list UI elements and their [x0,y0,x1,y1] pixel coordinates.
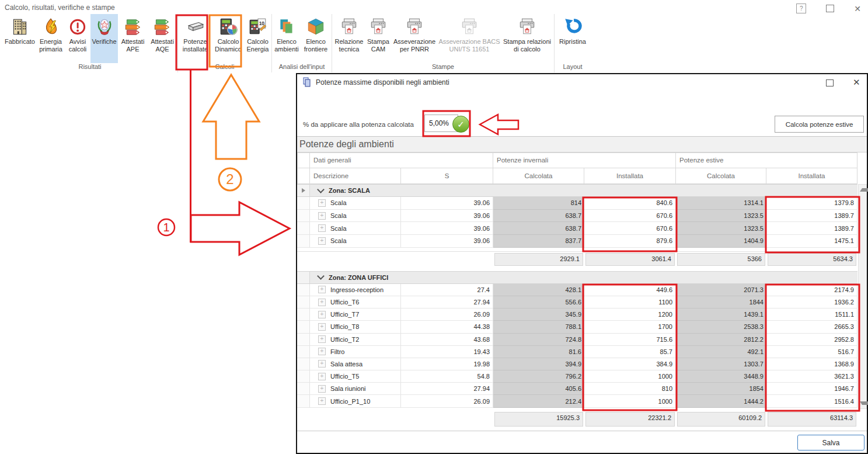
expand-icon[interactable] [318,360,326,368]
cell-installata-est[interactable]: 1368.9 [766,358,857,370]
calcola-potenze-estive-button[interactable]: Calcola potenze estive [775,116,864,133]
col-installata-inv[interactable]: Installata [584,168,676,184]
cell-installata-inv[interactable]: 1000 [584,370,676,383]
cell-installata-inv[interactable]: 670.6 [584,222,676,235]
expand-icon[interactable] [318,397,326,405]
cell-installata-est[interactable]: 516.7 [766,346,857,358]
cell-installata-inv[interactable]: 810 [584,383,676,395]
cell-installata-est[interactable]: 2952.8 [766,334,857,346]
cell-installata-est[interactable]: 1389.7 [766,210,857,223]
table-row[interactable]: Ufficio_P1_10 26.09 212.4 1000 1444.2 15… [297,395,857,407]
cell-installata-inv[interactable]: 670.6 [584,210,676,223]
cell-calcolata-est: 2538.3 [676,321,766,333]
cell-calcolata-est: 2071.3 [676,284,766,296]
close-icon[interactable]: ✕ [854,5,861,13]
dialog-close-icon[interactable]: ✕ [853,77,860,88]
ribbon-item-attestati-aqe[interactable]: Attestati AQE [148,14,177,63]
expand-icon[interactable] [318,224,326,232]
ribbon-item-avvisi-calcoli[interactable]: Avvisi calcoli [65,14,90,63]
cell-installata-est[interactable]: 1475.1 [766,235,857,248]
dialog-titlebar[interactable]: Potenze massime disponibili negli ambien… [297,74,867,91]
table-row[interactable]: Ingresso-reception 27.4 428.1 449.6 2071… [297,284,857,296]
ribbon-item-calcolo-energia[interactable]: 10 Calcolo Energia [245,14,271,63]
ribbon-item-energia-primaria[interactable]: Energia primaria [37,14,65,63]
ribbon-item-label: Fabbricato [5,38,35,46]
maximize-icon[interactable] [826,5,834,12]
table-row[interactable]: Ufficio_T2 43.68 724.8 715.6 2812.2 2952… [297,334,857,346]
chevron-down-icon[interactable] [317,186,325,193]
cell-installata-inv[interactable]: 1100 [584,296,676,309]
ribbon-item-stampa-cam[interactable]: Stampa CAM [365,14,391,63]
table-row[interactable]: Scala 39.06 638.7 670.6 1323.5 1389.7 [297,210,857,223]
scroll-up-icon[interactable] [860,188,868,192]
cell-installata-inv[interactable]: 384.9 [584,358,676,370]
vertical-scrollbar[interactable] [858,184,867,409]
ribbon-item-fabbricato[interactable]: Fabbricato [3,14,37,63]
cell-installata-inv[interactable]: 715.6 [584,334,676,346]
expand-icon[interactable] [318,385,326,393]
cell-installata-est[interactable]: 1379.8 [766,197,857,210]
cell-installata-est[interactable]: 1389.7 [766,222,857,235]
table-row[interactable]: Scala 39.06 638.7 670.6 1323.5 1389.7 [297,222,857,235]
ribbon-item-potenze-installate[interactable]: Potenze installate [179,14,212,63]
ribbon-item-relazione-tecnica[interactable]: Relazione tecnica [333,14,365,63]
table-row[interactable]: Sala attesa 19.98 394.9 384.9 1303.7 136… [297,358,857,370]
save-button[interactable]: Salva [797,435,864,450]
expand-icon[interactable] [318,323,326,331]
table-row[interactable]: Filtro 19.43 81.6 85.7 492.1 516.7 [297,346,857,358]
table-row[interactable]: Ufficio_T7 26.09 345.9 1200 1439.1 1511.… [297,309,857,321]
col-descrizione[interactable]: Descrizione [310,168,401,184]
ribbon-item-elenco-frontiere[interactable]: Elenco frontiere [301,14,331,63]
table-row[interactable]: Ufficio_T6 27.94 556.6 1100 1844 1936.2 [297,296,857,309]
grand-total-installata-est: 63114.3 [768,412,856,427]
expand-icon[interactable] [318,373,326,380]
dialog-maximize-icon[interactable] [826,79,834,86]
cell-installata-inv[interactable]: 879.6 [584,235,676,248]
ribbon-item-asseverazione-pnrr[interactable]: Asseverazione per PNRR [391,14,438,63]
expand-icon[interactable] [318,299,326,306]
ribbon-item-verifiche[interactable]: Verifiche [90,14,118,63]
col-calcolata-est[interactable]: Calcolata [676,168,766,184]
table-row[interactable]: Ufficio_T5 54.8 796.2 1000 3448.9 3621.3 [297,370,857,383]
cell-installata-est[interactable]: 1511.1 [766,309,857,321]
expand-icon[interactable] [318,335,326,343]
help-icon[interactable]: ? [796,4,806,13]
expand-icon[interactable] [318,286,326,293]
table-row[interactable]: Ufficio_T8 44.38 788.1 1700 2538.3 2665.… [297,321,857,333]
cell-installata-est[interactable]: 1516.4 [766,395,857,407]
ribbon-item-ripristina[interactable]: Ripristina [555,14,590,63]
ribbon-item-asseverazione-bacs: Asseverazione BACS UNI/TS 11651 [438,14,501,63]
zone-header-zona-uffici[interactable]: Zona: ZONA UFFICI [297,271,857,284]
cell-installata-est[interactable]: 1946.7 [766,383,857,395]
expand-icon[interactable] [318,311,326,318]
cell-installata-inv[interactable]: 1700 [584,321,676,333]
expand-icon[interactable] [318,212,326,220]
chevron-down-icon[interactable] [317,272,325,280]
cell-installata-inv[interactable]: 840.6 [584,197,676,210]
cell-installata-inv[interactable]: 1000 [584,395,676,407]
table-row[interactable]: Scala 39.06 814 840.6 1314.1 1379.8 [297,197,857,210]
col-installata-est[interactable]: Installata [766,168,857,184]
expand-icon[interactable] [318,199,326,207]
confirm-check-icon[interactable] [452,116,469,133]
table-row[interactable]: Scala 39.06 837.7 879.6 1404.9 1475.1 [297,235,857,248]
col-s[interactable]: S [401,168,493,184]
cell-installata-est[interactable]: 2174.9 [766,284,857,296]
zone-header-scala[interactable]: Zona: SCALA [297,184,857,197]
cell-installata-inv[interactable]: 1200 [584,309,676,321]
ribbon-item-calcolo-dinamico[interactable]: Calcolo Dinamico [212,14,245,63]
cell-installata-inv[interactable]: 85.7 [584,346,676,358]
ribbon-group-label: Calcoli [179,63,271,72]
expand-icon[interactable] [318,348,326,355]
cell-installata-est[interactable]: 2665.3 [766,321,857,333]
table-row[interactable]: Sala riunioni 27.94 405.6 810 1854 1946.… [297,383,857,395]
ribbon-item-stampa-relazioni[interactable]: Stampa relazioni di calcolo [501,14,553,63]
scroll-down-icon[interactable] [860,401,868,405]
col-calcolata-inv[interactable]: Calcolata [493,168,584,184]
cell-installata-est[interactable]: 1936.2 [766,296,857,309]
ribbon-item-elenco-ambienti[interactable]: Elenco ambienti [273,14,301,63]
expand-icon[interactable] [318,237,326,245]
cell-installata-est[interactable]: 3621.3 [766,370,857,383]
ribbon-item-attestati-ape[interactable]: Attestati APE [118,14,148,63]
cell-installata-inv[interactable]: 449.6 [584,284,676,296]
